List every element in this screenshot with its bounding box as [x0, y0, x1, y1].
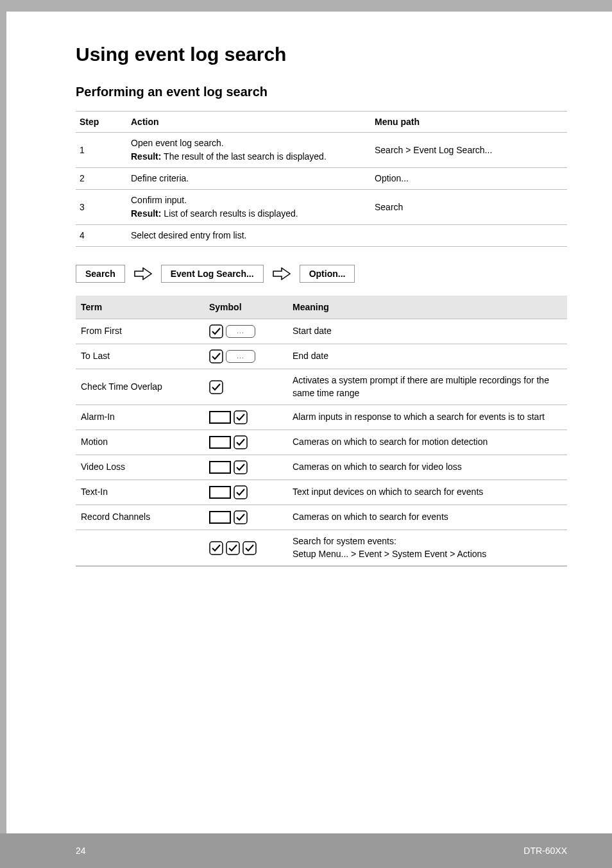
- terms-header-term: Term: [76, 296, 204, 319]
- table-row: Check Time Overlap Activates a system pr…: [76, 369, 567, 405]
- table-row: From First ... Start date: [76, 319, 567, 344]
- step-action: Confirm input. Result: List of search re…: [127, 190, 371, 225]
- svg-rect-1: [210, 350, 223, 363]
- terms-header-meaning: Meaning: [287, 296, 567, 319]
- term-symbol: ...: [204, 319, 287, 344]
- page-title: Using event log search: [76, 44, 567, 65]
- top-bar: [0, 0, 612, 12]
- table-row: To Last ... End date: [76, 344, 567, 369]
- term-symbol: [204, 405, 287, 430]
- section-heading: Performing an event log search: [76, 85, 567, 99]
- table-row: 4 Select desired entry from list.: [76, 225, 567, 247]
- arrow-right-icon: [134, 267, 152, 280]
- term-meaning: Cameras on which to search for motion de…: [287, 430, 567, 455]
- checkbox-icon: [234, 485, 248, 499]
- term-symbol: [204, 455, 287, 480]
- term-label: Video Loss: [76, 455, 204, 480]
- action-text: Open event log search.: [131, 138, 224, 148]
- step-action: Open event log search. Result: The resul…: [127, 133, 371, 168]
- rectangle-icon: [209, 461, 231, 474]
- term-symbol: [204, 530, 287, 567]
- arrow-right-icon: [273, 267, 291, 280]
- term-label: Motion: [76, 430, 204, 455]
- checkbox-icon: [226, 541, 240, 555]
- steps-header-menu: Menu path: [371, 112, 567, 133]
- rectangle-icon: [209, 486, 231, 499]
- term-meaning: Start date: [287, 319, 567, 344]
- left-sidebar: [0, 12, 6, 833]
- svg-rect-4: [234, 436, 247, 449]
- result-label: Result:: [131, 151, 161, 162]
- steps-table: Step Action Menu path 1 Open event log s…: [76, 111, 567, 247]
- term-label: Text-In: [76, 480, 204, 505]
- term-meaning: Activates a system prompt if there are m…: [287, 369, 567, 405]
- table-row: Motion Cameras on which to search for mo…: [76, 430, 567, 455]
- crumb-event-log: Event Log Search...: [161, 265, 264, 283]
- checkbox-icon: [234, 410, 248, 424]
- svg-rect-9: [226, 542, 239, 555]
- steps-header-action: Action: [127, 112, 371, 133]
- terms-table: Term Symbol Meaning From First ... Start…: [76, 296, 567, 567]
- term-meaning: Cameras on which to search for events: [287, 505, 567, 530]
- term-label: Alarm-In: [76, 405, 204, 430]
- svg-rect-8: [210, 542, 223, 555]
- table-row: Search for system events: Setup Menu... …: [76, 530, 567, 567]
- table-row: Video Loss Cameras on which to search fo…: [76, 455, 567, 480]
- checkbox-icon: [234, 435, 248, 449]
- term-symbol: ...: [204, 344, 287, 369]
- menu-path: Search: [371, 190, 567, 225]
- term-symbol: [204, 430, 287, 455]
- checkbox-icon: [209, 380, 223, 394]
- svg-rect-7: [234, 511, 247, 524]
- term-label: [76, 530, 204, 567]
- ellipsis-field-icon: ...: [226, 350, 255, 363]
- crumb-search: Search: [76, 265, 125, 283]
- step-number: 2: [76, 168, 127, 190]
- term-label: From First: [76, 319, 204, 344]
- steps-header-step: Step: [76, 112, 127, 133]
- term-symbol: [204, 480, 287, 505]
- checkbox-icon: [234, 510, 248, 524]
- breadcrumb: Search Event Log Search... Option...: [76, 265, 567, 283]
- table-row: Alarm-In Alarm inputs in response to whi…: [76, 405, 567, 430]
- rectangle-icon: [209, 511, 231, 524]
- step-number: 4: [76, 225, 127, 247]
- checkbox-icon: [209, 541, 223, 555]
- action-text: Confirm input.: [131, 195, 187, 205]
- term-label: Check Time Overlap: [76, 369, 204, 405]
- meaning-line-1: Search for system events:: [293, 536, 396, 546]
- svg-rect-0: [210, 325, 223, 338]
- result-text: The result of the last search is display…: [161, 151, 326, 162]
- table-row: 3 Confirm input. Result: List of search …: [76, 190, 567, 225]
- page-number: 24: [76, 846, 86, 856]
- menu-path: [371, 225, 567, 247]
- rectangle-icon: [209, 436, 231, 449]
- checkbox-icon: [234, 460, 248, 474]
- svg-rect-6: [234, 486, 247, 499]
- term-symbol: [204, 369, 287, 405]
- table-row: 2 Define criteria. Option...: [76, 168, 567, 190]
- table-row: Text-In Text input devices on which to s…: [76, 480, 567, 505]
- table-row: Record Channels Cameras on which to sear…: [76, 505, 567, 530]
- page-content: Using event log search Performing an eve…: [0, 12, 612, 567]
- rectangle-icon: [209, 411, 231, 424]
- result-text: List of search results is displayed.: [161, 208, 298, 219]
- step-action: Define criteria.: [127, 168, 371, 190]
- step-action: Select desired entry from list.: [127, 225, 371, 247]
- term-label: To Last: [76, 344, 204, 369]
- page-footer: 24 DTR-60XX: [0, 833, 612, 868]
- svg-rect-5: [234, 461, 247, 474]
- table-row: 1 Open event log search. Result: The res…: [76, 133, 567, 168]
- svg-rect-3: [234, 411, 247, 424]
- term-meaning: End date: [287, 344, 567, 369]
- step-number: 3: [76, 190, 127, 225]
- term-meaning: Alarm inputs in response to which a sear…: [287, 405, 567, 430]
- crumb-option: Option...: [300, 265, 355, 283]
- menu-path: Option...: [371, 168, 567, 190]
- terms-header-symbol: Symbol: [204, 296, 287, 319]
- result-label: Result:: [131, 208, 161, 219]
- svg-rect-10: [243, 542, 256, 555]
- checkbox-icon: [242, 541, 257, 555]
- term-meaning: Text input devices on which to search fo…: [287, 480, 567, 505]
- term-meaning: Search for system events: Setup Menu... …: [287, 530, 567, 567]
